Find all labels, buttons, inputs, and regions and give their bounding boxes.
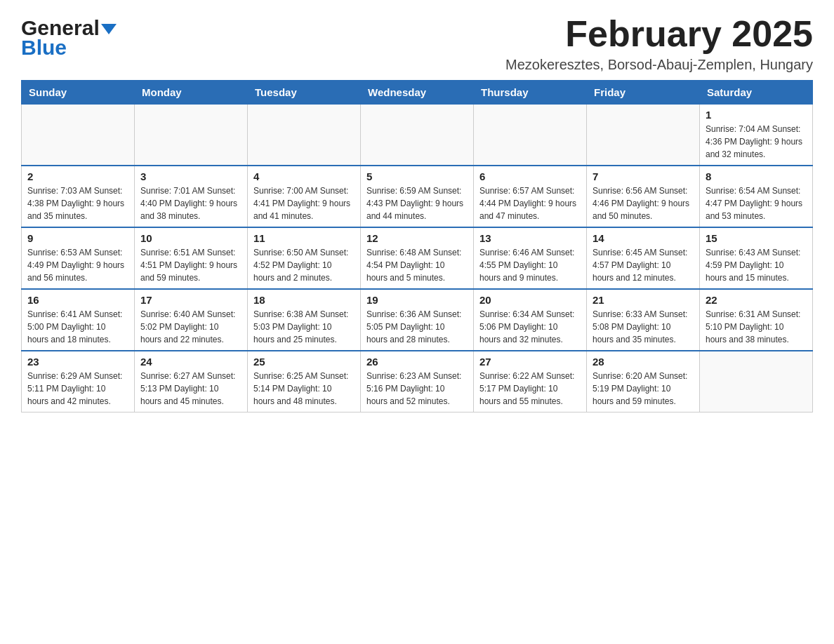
weekday-header-tuesday: Tuesday <box>248 81 361 105</box>
day-info: Sunrise: 6:41 AM Sunset: 5:00 PM Dayligh… <box>27 308 128 346</box>
day-info: Sunrise: 6:57 AM Sunset: 4:44 PM Dayligh… <box>479 185 581 222</box>
location: Mezokeresztes, Borsod-Abauj-Zemplen, Hun… <box>505 57 813 73</box>
calendar-cell <box>135 105 248 166</box>
calendar-cell: 1Sunrise: 7:04 AM Sunset: 4:36 PM Daylig… <box>700 105 813 166</box>
calendar-cell: 20Sunrise: 6:34 AM Sunset: 5:06 PM Dayli… <box>474 289 587 351</box>
day-info: Sunrise: 6:38 AM Sunset: 5:03 PM Dayligh… <box>253 308 355 346</box>
calendar-week-row: 2Sunrise: 7:03 AM Sunset: 4:38 PM Daylig… <box>22 166 813 227</box>
calendar-cell: 3Sunrise: 7:01 AM Sunset: 4:40 PM Daylig… <box>135 166 248 227</box>
day-number: 15 <box>706 232 807 244</box>
day-number: 27 <box>479 356 581 368</box>
calendar-cell <box>587 105 700 166</box>
calendar-cell <box>248 105 361 166</box>
logo-triangle-icon <box>101 24 117 34</box>
calendar-cell: 24Sunrise: 6:27 AM Sunset: 5:13 PM Dayli… <box>135 351 248 412</box>
calendar-cell: 28Sunrise: 6:20 AM Sunset: 5:19 PM Dayli… <box>587 351 700 412</box>
day-info: Sunrise: 6:20 AM Sunset: 5:19 PM Dayligh… <box>593 370 694 408</box>
day-number: 26 <box>366 356 468 368</box>
day-info: Sunrise: 7:00 AM Sunset: 4:41 PM Dayligh… <box>253 185 355 222</box>
calendar-week-row: 9Sunrise: 6:53 AM Sunset: 4:49 PM Daylig… <box>22 227 813 289</box>
calendar-cell: 4Sunrise: 7:00 AM Sunset: 4:41 PM Daylig… <box>248 166 361 227</box>
calendar-cell: 16Sunrise: 6:41 AM Sunset: 5:00 PM Dayli… <box>22 289 135 351</box>
calendar-cell: 11Sunrise: 6:50 AM Sunset: 4:52 PM Dayli… <box>248 227 361 289</box>
calendar-cell: 2Sunrise: 7:03 AM Sunset: 4:38 PM Daylig… <box>22 166 135 227</box>
calendar-cell <box>700 351 813 412</box>
calendar-cell <box>361 105 474 166</box>
day-number: 7 <box>593 170 694 182</box>
calendar-cell: 21Sunrise: 6:33 AM Sunset: 5:08 PM Dayli… <box>587 289 700 351</box>
calendar-week-row: 16Sunrise: 6:41 AM Sunset: 5:00 PM Dayli… <box>22 289 813 351</box>
day-info: Sunrise: 6:50 AM Sunset: 4:52 PM Dayligh… <box>253 246 355 284</box>
day-number: 24 <box>140 356 241 368</box>
day-info: Sunrise: 6:40 AM Sunset: 5:02 PM Dayligh… <box>140 308 241 346</box>
day-number: 9 <box>27 232 128 244</box>
day-number: 25 <box>253 356 355 368</box>
day-info: Sunrise: 6:54 AM Sunset: 4:47 PM Dayligh… <box>706 185 807 222</box>
day-info: Sunrise: 6:31 AM Sunset: 5:10 PM Dayligh… <box>706 308 807 346</box>
calendar-cell <box>22 105 135 166</box>
day-number: 16 <box>27 294 128 306</box>
weekday-header-wednesday: Wednesday <box>361 81 474 105</box>
calendar-table: SundayMondayTuesdayWednesdayThursdayFrid… <box>21 80 813 412</box>
weekday-header-thursday: Thursday <box>474 81 587 105</box>
day-number: 2 <box>27 170 128 182</box>
calendar-cell: 27Sunrise: 6:22 AM Sunset: 5:17 PM Dayli… <box>474 351 587 412</box>
day-info: Sunrise: 6:25 AM Sunset: 5:14 PM Dayligh… <box>253 370 355 408</box>
day-info: Sunrise: 6:23 AM Sunset: 5:16 PM Dayligh… <box>366 370 468 408</box>
day-info: Sunrise: 6:53 AM Sunset: 4:49 PM Dayligh… <box>27 246 128 284</box>
weekday-header-friday: Friday <box>587 81 700 105</box>
day-number: 19 <box>366 294 468 306</box>
logo-line2: Blue <box>21 37 67 58</box>
day-info: Sunrise: 6:56 AM Sunset: 4:46 PM Dayligh… <box>593 185 694 222</box>
logo: General Blue <box>21 14 117 58</box>
calendar-cell: 13Sunrise: 6:46 AM Sunset: 4:55 PM Dayli… <box>474 227 587 289</box>
day-info: Sunrise: 7:01 AM Sunset: 4:40 PM Dayligh… <box>140 185 241 222</box>
day-info: Sunrise: 6:36 AM Sunset: 5:05 PM Dayligh… <box>366 308 468 346</box>
day-number: 4 <box>253 170 355 182</box>
day-number: 8 <box>706 170 807 182</box>
day-info: Sunrise: 6:22 AM Sunset: 5:17 PM Dayligh… <box>479 370 581 408</box>
calendar-cell: 22Sunrise: 6:31 AM Sunset: 5:10 PM Dayli… <box>700 289 813 351</box>
weekday-header-saturday: Saturday <box>700 81 813 105</box>
day-number: 17 <box>140 294 241 306</box>
day-number: 14 <box>593 232 694 244</box>
weekday-header-sunday: Sunday <box>22 81 135 105</box>
day-number: 5 <box>366 170 468 182</box>
calendar-week-row: 1Sunrise: 7:04 AM Sunset: 4:36 PM Daylig… <box>22 105 813 166</box>
calendar-cell: 8Sunrise: 6:54 AM Sunset: 4:47 PM Daylig… <box>700 166 813 227</box>
day-info: Sunrise: 6:51 AM Sunset: 4:51 PM Dayligh… <box>140 246 241 284</box>
day-number: 11 <box>253 232 355 244</box>
calendar-cell: 7Sunrise: 6:56 AM Sunset: 4:46 PM Daylig… <box>587 166 700 227</box>
calendar-cell: 26Sunrise: 6:23 AM Sunset: 5:16 PM Dayli… <box>361 351 474 412</box>
calendar-cell: 14Sunrise: 6:45 AM Sunset: 4:57 PM Dayli… <box>587 227 700 289</box>
calendar-cell: 10Sunrise: 6:51 AM Sunset: 4:51 PM Dayli… <box>135 227 248 289</box>
day-info: Sunrise: 6:33 AM Sunset: 5:08 PM Dayligh… <box>593 308 694 346</box>
month-title: February 2025 <box>505 14 813 54</box>
calendar-cell: 12Sunrise: 6:48 AM Sunset: 4:54 PM Dayli… <box>361 227 474 289</box>
calendar-week-row: 23Sunrise: 6:29 AM Sunset: 5:11 PM Dayli… <box>22 351 813 412</box>
day-number: 23 <box>27 356 128 368</box>
calendar-cell: 19Sunrise: 6:36 AM Sunset: 5:05 PM Dayli… <box>361 289 474 351</box>
calendar-cell: 17Sunrise: 6:40 AM Sunset: 5:02 PM Dayli… <box>135 289 248 351</box>
day-info: Sunrise: 7:04 AM Sunset: 4:36 PM Dayligh… <box>706 123 807 161</box>
day-info: Sunrise: 6:46 AM Sunset: 4:55 PM Dayligh… <box>479 246 581 284</box>
calendar-cell: 9Sunrise: 6:53 AM Sunset: 4:49 PM Daylig… <box>22 227 135 289</box>
day-info: Sunrise: 7:03 AM Sunset: 4:38 PM Dayligh… <box>27 185 128 222</box>
day-number: 13 <box>479 232 581 244</box>
calendar-cell: 6Sunrise: 6:57 AM Sunset: 4:44 PM Daylig… <box>474 166 587 227</box>
day-number: 21 <box>593 294 694 306</box>
weekday-header-row: SundayMondayTuesdayWednesdayThursdayFrid… <box>22 81 813 105</box>
day-number: 28 <box>593 356 694 368</box>
day-number: 18 <box>253 294 355 306</box>
weekday-header-monday: Monday <box>135 81 248 105</box>
day-info: Sunrise: 6:43 AM Sunset: 4:59 PM Dayligh… <box>706 246 807 284</box>
day-info: Sunrise: 6:45 AM Sunset: 4:57 PM Dayligh… <box>593 246 694 284</box>
day-number: 6 <box>479 170 581 182</box>
day-number: 22 <box>706 294 807 306</box>
day-number: 1 <box>706 109 807 121</box>
day-number: 3 <box>140 170 241 182</box>
day-info: Sunrise: 6:34 AM Sunset: 5:06 PM Dayligh… <box>479 308 581 346</box>
calendar-cell: 23Sunrise: 6:29 AM Sunset: 5:11 PM Dayli… <box>22 351 135 412</box>
title-block: February 2025 Mezokeresztes, Borsod-Abau… <box>505 14 813 73</box>
day-number: 10 <box>140 232 241 244</box>
